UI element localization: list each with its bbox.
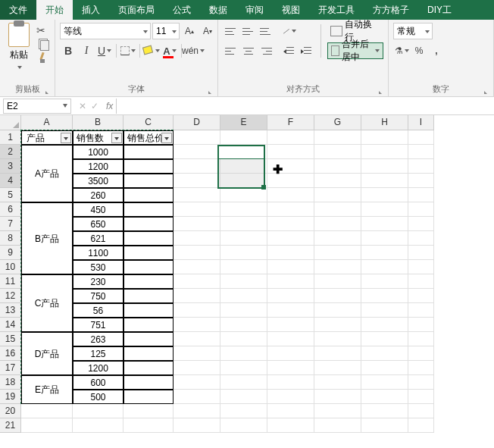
tab-review[interactable]: 审阅 bbox=[236, 0, 273, 20]
table-cell[interactable]: 销售总价 bbox=[123, 130, 174, 145]
name-box[interactable]: E2 bbox=[3, 99, 71, 114]
enter-formula-button[interactable]: ✓ bbox=[91, 101, 98, 111]
align-left-button[interactable] bbox=[223, 42, 239, 59]
col-header-B[interactable]: B bbox=[73, 115, 123, 130]
cancel-formula-button[interactable]: ✕ bbox=[79, 101, 86, 111]
table-cell[interactable]: 230 bbox=[73, 274, 123, 289]
italic-button[interactable]: I bbox=[78, 42, 95, 59]
row-header-18[interactable]: 18 bbox=[0, 375, 21, 390]
table-cell[interactable] bbox=[123, 318, 174, 332]
grow-font-button[interactable]: A▴ bbox=[181, 23, 198, 39]
merge-center-button[interactable]: 合并后居中 bbox=[327, 42, 383, 59]
tab-view[interactable]: 视图 bbox=[273, 0, 309, 20]
table-cell[interactable]: 125 bbox=[73, 346, 123, 361]
row-header-5[interactable]: 5 bbox=[0, 188, 21, 202]
font-size-combo[interactable]: 11 bbox=[152, 23, 180, 39]
table-cell[interactable] bbox=[123, 332, 174, 346]
underline-button[interactable]: U bbox=[96, 42, 113, 59]
row-header-12[interactable]: 12 bbox=[0, 289, 21, 303]
col-header-D[interactable]: D bbox=[174, 115, 220, 130]
table-cell[interactable] bbox=[123, 145, 174, 159]
table-cell[interactable] bbox=[123, 231, 174, 246]
table-cell[interactable] bbox=[123, 289, 174, 303]
table-cell[interactable]: D产品 bbox=[21, 332, 73, 375]
table-cell[interactable]: C产品 bbox=[21, 274, 73, 332]
font-color-button[interactable]: A bbox=[161, 42, 178, 59]
col-header-G[interactable]: G bbox=[314, 115, 361, 130]
table-cell[interactable]: 1100 bbox=[73, 246, 123, 260]
col-header-E[interactable]: E bbox=[220, 115, 267, 130]
table-cell[interactable] bbox=[123, 188, 174, 202]
filter-button[interactable] bbox=[61, 133, 71, 143]
align-bottom-button[interactable] bbox=[258, 23, 274, 39]
tab-formula[interactable]: 公式 bbox=[164, 0, 200, 20]
row-header-2[interactable]: 2 bbox=[0, 145, 21, 159]
filter-button[interactable] bbox=[111, 133, 122, 143]
table-cell[interactable] bbox=[123, 274, 174, 289]
shrink-font-button[interactable]: A▾ bbox=[199, 23, 216, 39]
align-top-button[interactable] bbox=[223, 23, 239, 39]
col-header-I[interactable]: I bbox=[408, 115, 434, 130]
row-header-20[interactable]: 20 bbox=[0, 404, 21, 418]
table-cell[interactable] bbox=[123, 159, 174, 174]
format-painter-button[interactable] bbox=[36, 52, 50, 64]
tab-dev[interactable]: 开发工具 bbox=[309, 0, 364, 20]
table-cell[interactable]: 750 bbox=[73, 289, 123, 303]
tab-home[interactable]: 开始 bbox=[36, 0, 73, 20]
table-cell[interactable] bbox=[123, 260, 174, 274]
table-cell[interactable]: A产品 bbox=[21, 145, 73, 202]
table-cell[interactable] bbox=[123, 303, 174, 318]
align-center-button[interactable] bbox=[240, 42, 257, 59]
table-cell[interactable]: 530 bbox=[73, 260, 123, 274]
table-cell[interactable] bbox=[123, 217, 174, 231]
indent-increase-button[interactable] bbox=[298, 42, 314, 59]
table-cell[interactable]: 260 bbox=[73, 188, 123, 202]
table-cell[interactable] bbox=[123, 174, 174, 188]
row-header-16[interactable]: 16 bbox=[0, 346, 21, 361]
row-header-13[interactable]: 13 bbox=[0, 303, 21, 318]
row-header-17[interactable]: 17 bbox=[0, 361, 21, 375]
percent-format-button[interactable]: % bbox=[411, 42, 427, 59]
select-all-corner[interactable] bbox=[0, 115, 21, 130]
table-cell[interactable] bbox=[123, 246, 174, 260]
phonetic-button[interactable]: wén bbox=[185, 42, 202, 59]
copy-button[interactable] bbox=[36, 38, 50, 50]
row-header-19[interactable]: 19 bbox=[0, 390, 21, 404]
tab-insert[interactable]: 插入 bbox=[73, 0, 109, 20]
filter-button[interactable] bbox=[161, 133, 172, 143]
bold-button[interactable]: B bbox=[60, 42, 77, 59]
border-button[interactable] bbox=[120, 42, 136, 59]
col-header-F[interactable]: F bbox=[267, 115, 314, 130]
table-cell[interactable]: 1200 bbox=[73, 361, 123, 375]
row-header-7[interactable]: 7 bbox=[0, 217, 21, 231]
row-header-15[interactable]: 15 bbox=[0, 332, 21, 346]
formula-bar[interactable] bbox=[116, 99, 494, 114]
row-header-9[interactable]: 9 bbox=[0, 246, 21, 260]
number-format-combo[interactable]: 常规 bbox=[393, 23, 433, 39]
row-header-6[interactable]: 6 bbox=[0, 202, 21, 217]
align-middle-button[interactable] bbox=[240, 23, 257, 39]
row-header-1[interactable]: 1 bbox=[0, 130, 21, 145]
table-cell[interactable]: 650 bbox=[73, 217, 123, 231]
wrap-text-button[interactable]: 自动换行 bbox=[327, 23, 383, 39]
table-cell[interactable]: 1000 bbox=[73, 145, 123, 159]
table-cell[interactable]: E产品 bbox=[21, 375, 73, 404]
table-cell[interactable]: 1200 bbox=[73, 159, 123, 174]
tab-data[interactable]: 数据 bbox=[200, 0, 236, 20]
table-cell[interactable] bbox=[123, 202, 174, 217]
grid-area[interactable]: ABCDEFGHI 123456789101112131415161718192… bbox=[0, 115, 494, 447]
row-header-11[interactable]: 11 bbox=[0, 274, 21, 289]
table-cell[interactable]: 销售数 bbox=[73, 130, 123, 145]
align-right-button[interactable] bbox=[258, 42, 274, 59]
paste-button[interactable]: 粘贴 bbox=[5, 23, 33, 72]
table-cell[interactable]: 621 bbox=[73, 231, 123, 246]
row-header-8[interactable]: 8 bbox=[0, 231, 21, 246]
table-cell[interactable]: 3500 bbox=[73, 174, 123, 188]
cut-button[interactable] bbox=[36, 24, 50, 36]
col-header-H[interactable]: H bbox=[361, 115, 408, 130]
col-header-A[interactable]: A bbox=[21, 115, 73, 130]
table-cell[interactable] bbox=[123, 375, 174, 390]
table-cell[interactable]: 600 bbox=[73, 375, 123, 390]
fill-color-button[interactable] bbox=[143, 42, 160, 59]
table-cell[interactable]: B产品 bbox=[21, 202, 73, 274]
